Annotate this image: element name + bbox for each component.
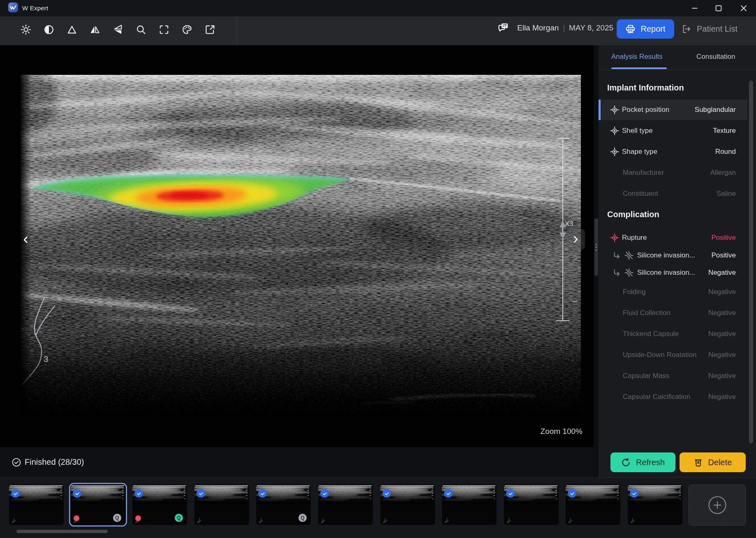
active-tab-underline: [611, 67, 667, 69]
printer-icon: [625, 24, 636, 34]
thumbnail-5[interactable]: Q: [256, 485, 311, 525]
target-off-icon[interactable]: [624, 268, 633, 277]
checked-badge-icon[interactable]: [568, 489, 576, 498]
row-value: Negative: [708, 288, 736, 296]
thumbnail-1[interactable]: [9, 485, 64, 525]
checked-badge-icon[interactable]: [320, 489, 329, 498]
thumbnail-10[interactable]: [566, 485, 620, 525]
thumbnail-4[interactable]: [194, 485, 249, 525]
tab-consultation[interactable]: Consultation: [696, 45, 735, 69]
maximize-button[interactable]: [709, 0, 728, 16]
row-shell-type[interactable]: Shell type Texture: [599, 120, 747, 141]
brightness-icon[interactable]: [17, 21, 35, 39]
checked-badge-icon[interactable]: [73, 489, 81, 498]
flip-vertical-icon[interactable]: [109, 21, 127, 39]
magnify-icon[interactable]: [132, 21, 150, 39]
patient-list-button[interactable]: Patient List: [682, 19, 738, 39]
refresh-button[interactable]: Refresh: [610, 452, 675, 472]
row-constituent[interactable]: Constituent Saline: [599, 183, 747, 204]
target-off-icon[interactable]: [624, 251, 633, 260]
row-label: Constituent: [623, 190, 658, 198]
checked-badge-icon[interactable]: [134, 489, 143, 498]
row-value: Subglandular: [695, 106, 736, 114]
previous-image-button[interactable]: [20, 234, 32, 246]
export-icon[interactable]: [201, 21, 219, 39]
thumbnail-11[interactable]: [628, 485, 682, 525]
toolbar-separator: [236, 16, 237, 45]
filmstrip-scrollbar-thumb[interactable]: [16, 530, 108, 533]
row-label: Shell type: [622, 127, 653, 135]
thumbnail-2-selected[interactable]: Q: [71, 485, 125, 525]
checked-badge-icon[interactable]: [630, 489, 638, 498]
row-value: Saline: [717, 190, 736, 198]
histogram-icon[interactable]: [63, 21, 81, 39]
thumbnail-7[interactable]: [380, 485, 435, 525]
checked-badge-icon[interactable]: [197, 489, 205, 498]
row-value: Negative: [708, 372, 736, 380]
plus-circle-icon: [708, 496, 727, 515]
finished-status-label: Finished (28/30): [25, 452, 84, 472]
analysis-panel: Analysis Results Consultation Implant In…: [599, 45, 756, 478]
row-silicone-invasion-1[interactable]: Silicone invasion... Positive: [599, 247, 747, 264]
complication-section-title: Complication: [607, 210, 659, 219]
flip-horizontal-icon[interactable]: [86, 21, 104, 39]
row-value: Texture: [713, 127, 736, 135]
toolbar: Ella Morgan | MAY 8, 2025 Report Patient…: [0, 16, 756, 45]
row-fluid-collection[interactable]: Fluid Collection Negative: [599, 302, 747, 323]
sidebar-scrollbar[interactable]: [749, 70, 753, 475]
checked-badge-icon[interactable]: [11, 489, 20, 498]
close-button[interactable]: [734, 0, 753, 16]
panel-resize-handle[interactable]: [594, 218, 598, 276]
next-image-button[interactable]: [566, 229, 585, 250]
row-shape-type[interactable]: Shape type Round: [599, 141, 747, 162]
contrast-icon[interactable]: [40, 21, 58, 39]
app-window: W Expert: [0, 0, 756, 538]
checked-badge-icon[interactable]: [258, 489, 267, 498]
report-button[interactable]: Report: [617, 19, 674, 39]
row-pocket-position[interactable]: Pocket position Subglandular: [599, 100, 747, 120]
thumbnail-8[interactable]: [442, 485, 497, 525]
panel-resize-divider[interactable]: [594, 45, 599, 478]
zoom-level-label: Zoom 100%: [541, 427, 583, 436]
row-upside-down-rotation[interactable]: Upside-Down Roatation Negative: [599, 344, 747, 365]
target-icon: [610, 126, 619, 135]
row-value: Round: [715, 148, 736, 156]
row-thickend-capsule[interactable]: Thickend Capsule Negative: [599, 323, 747, 344]
row-folding[interactable]: Folding Negative: [599, 281, 747, 302]
row-silicone-invasion-2[interactable]: Silicone invasion... Negative: [599, 264, 747, 281]
row-manufacturer[interactable]: Manufacturer Allergan: [599, 162, 747, 183]
thumbnail-6[interactable]: [318, 485, 373, 525]
trash-icon: [694, 458, 703, 467]
patient-info: Ella Morgan | MAY 8, 2025: [496, 14, 613, 42]
row-rupture[interactable]: Rupture Positive: [599, 229, 747, 247]
checked-badge-icon[interactable]: [382, 489, 391, 498]
delete-label: Delete: [708, 458, 732, 467]
row-value: Positive: [711, 251, 736, 260]
checked-badge-icon[interactable]: [506, 489, 515, 498]
palette-icon[interactable]: [178, 21, 196, 39]
row-label: Rupture: [622, 234, 647, 242]
report-label: Report: [640, 24, 665, 34]
row-label: Upside-Down Roatation: [623, 351, 697, 359]
filmstrip: Q Q Q: [0, 478, 756, 538]
thumbnail-9[interactable]: [504, 485, 559, 525]
tab-analysis-results[interactable]: Analysis Results: [611, 45, 663, 69]
row-label: Pocket position: [622, 106, 669, 114]
consult-chat-icon[interactable]: [496, 21, 511, 35]
delete-button[interactable]: Delete: [680, 452, 746, 472]
thumbnail-3[interactable]: Q: [132, 485, 187, 525]
minimize-button[interactable]: [685, 0, 704, 16]
add-image-button[interactable]: [689, 485, 746, 526]
row-value: Negative: [708, 393, 736, 401]
fullscreen-icon[interactable]: [155, 21, 173, 39]
row-capsular-mass[interactable]: Capsular Mass Negative: [599, 365, 747, 386]
sidebar-scrollbar-thumb[interactable]: [749, 81, 753, 443]
rupture-dot-badge: [74, 515, 79, 521]
ultrasound-image[interactable]: 3: [21, 75, 581, 416]
row-capsular-calcification[interactable]: Capsular Calcification Negative: [599, 386, 747, 407]
patient-list-label: Patient List: [697, 24, 738, 34]
panel-tabs: Analysis Results Consultation: [599, 45, 756, 70]
checked-badge-icon[interactable]: [444, 489, 453, 498]
row-value: Negative: [708, 351, 736, 359]
study-date: MAY 8, 2025: [569, 23, 613, 32]
